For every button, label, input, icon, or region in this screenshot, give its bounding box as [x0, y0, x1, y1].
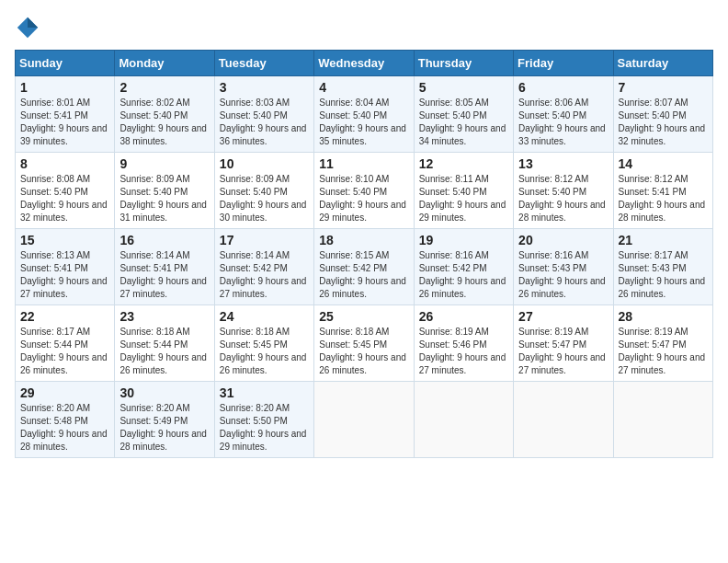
cell-info: Sunrise: 8:17 AM Sunset: 5:44 PM Dayligh… — [20, 326, 109, 377]
cell-info: Sunrise: 8:18 AM Sunset: 5:45 PM Dayligh… — [319, 326, 408, 377]
calendar-cell: 1 Sunrise: 8:01 AM Sunset: 5:41 PM Dayli… — [16, 76, 115, 153]
day-number: 29 — [20, 385, 109, 400]
calendar-cell: 14 Sunrise: 8:12 AM Sunset: 5:41 PM Dayl… — [613, 153, 712, 229]
cell-info: Sunrise: 8:14 AM Sunset: 5:41 PM Dayligh… — [119, 249, 209, 301]
day-number: 17 — [220, 233, 309, 247]
calendar-row: 8 Sunrise: 8:08 AM Sunset: 5:40 PM Dayli… — [16, 153, 713, 229]
cell-info: Sunrise: 8:14 AM Sunset: 5:42 PM Dayligh… — [220, 249, 309, 301]
calendar-cell: 28 Sunrise: 8:19 AM Sunset: 5:47 PM Dayl… — [613, 305, 712, 382]
day-number: 10 — [220, 156, 309, 171]
calendar-cell: 7 Sunrise: 8:07 AM Sunset: 5:40 PM Dayli… — [613, 76, 712, 153]
calendar-cell: 27 Sunrise: 8:19 AM Sunset: 5:47 PM Dayl… — [514, 305, 613, 382]
calendar-cell: 29 Sunrise: 8:20 AM Sunset: 5:48 PM Dayl… — [16, 382, 115, 458]
day-number: 30 — [119, 385, 209, 400]
calendar-cell: 11 Sunrise: 8:10 AM Sunset: 5:40 PM Dayl… — [314, 153, 414, 229]
day-number: 15 — [20, 233, 109, 247]
day-number: 26 — [419, 309, 508, 324]
day-number: 6 — [518, 80, 608, 95]
cell-info: Sunrise: 8:10 AM Sunset: 5:40 PM Dayligh… — [319, 173, 408, 224]
day-number: 9 — [119, 156, 209, 171]
header-day-saturday: Saturday — [613, 51, 712, 76]
calendar-table: SundayMondayTuesdayWednesdayThursdayFrid… — [15, 50, 713, 458]
calendar-cell: 31 Sunrise: 8:20 AM Sunset: 5:50 PM Dayl… — [214, 382, 313, 458]
day-number: 12 — [419, 156, 508, 171]
calendar-cell: 6 Sunrise: 8:06 AM Sunset: 5:40 PM Dayli… — [514, 76, 613, 153]
day-number: 3 — [220, 80, 309, 95]
cell-info: Sunrise: 8:11 AM Sunset: 5:40 PM Dayligh… — [419, 173, 508, 224]
day-number: 24 — [220, 309, 309, 324]
calendar-cell: 23 Sunrise: 8:18 AM Sunset: 5:44 PM Dayl… — [115, 305, 214, 382]
day-number: 28 — [619, 309, 708, 324]
cell-info: Sunrise: 8:18 AM Sunset: 5:45 PM Dayligh… — [220, 326, 309, 377]
day-number: 14 — [619, 156, 708, 171]
calendar-cell: 4 Sunrise: 8:04 AM Sunset: 5:40 PM Dayli… — [314, 76, 414, 153]
logo — [15, 15, 44, 40]
day-number: 2 — [119, 80, 209, 95]
cell-info: Sunrise: 8:20 AM Sunset: 5:49 PM Dayligh… — [119, 402, 209, 454]
day-number: 1 — [20, 80, 109, 95]
calendar-cell: 25 Sunrise: 8:18 AM Sunset: 5:45 PM Dayl… — [314, 305, 414, 382]
day-number: 27 — [518, 309, 608, 324]
header-day-monday: Monday — [115, 51, 214, 76]
cell-info: Sunrise: 8:08 AM Sunset: 5:40 PM Dayligh… — [20, 173, 109, 224]
logo-icon — [15, 15, 40, 40]
calendar-cell: 3 Sunrise: 8:03 AM Sunset: 5:40 PM Dayli… — [214, 76, 313, 153]
calendar-cell: 8 Sunrise: 8:08 AM Sunset: 5:40 PM Dayli… — [16, 153, 115, 229]
day-number: 23 — [119, 309, 209, 324]
cell-info: Sunrise: 8:09 AM Sunset: 5:40 PM Dayligh… — [220, 173, 309, 224]
calendar-cell: 20 Sunrise: 8:16 AM Sunset: 5:43 PM Dayl… — [514, 229, 613, 305]
svg-marker-1 — [28, 17, 38, 28]
calendar-cell: 30 Sunrise: 8:20 AM Sunset: 5:49 PM Dayl… — [115, 382, 214, 458]
cell-info: Sunrise: 8:02 AM Sunset: 5:40 PM Dayligh… — [119, 97, 209, 148]
header-day-tuesday: Tuesday — [214, 51, 313, 76]
calendar-cell: 10 Sunrise: 8:09 AM Sunset: 5:40 PM Dayl… — [214, 153, 313, 229]
day-number: 7 — [619, 80, 708, 95]
calendar-row: 29 Sunrise: 8:20 AM Sunset: 5:48 PM Dayl… — [16, 382, 713, 458]
cell-info: Sunrise: 8:09 AM Sunset: 5:40 PM Dayligh… — [119, 173, 209, 224]
cell-info: Sunrise: 8:01 AM Sunset: 5:41 PM Dayligh… — [20, 97, 109, 148]
cell-info: Sunrise: 8:06 AM Sunset: 5:40 PM Dayligh… — [518, 97, 608, 148]
day-number: 18 — [319, 233, 408, 247]
calendar-cell: 15 Sunrise: 8:13 AM Sunset: 5:41 PM Dayl… — [16, 229, 115, 305]
cell-info: Sunrise: 8:20 AM Sunset: 5:50 PM Dayligh… — [220, 402, 309, 454]
calendar-cell: 16 Sunrise: 8:14 AM Sunset: 5:41 PM Dayl… — [115, 229, 214, 305]
day-number: 5 — [419, 80, 508, 95]
calendar-cell: 22 Sunrise: 8:17 AM Sunset: 5:44 PM Dayl… — [16, 305, 115, 382]
calendar-row: 22 Sunrise: 8:17 AM Sunset: 5:44 PM Dayl… — [16, 305, 713, 382]
day-number: 8 — [20, 156, 109, 171]
cell-info: Sunrise: 8:19 AM Sunset: 5:47 PM Dayligh… — [619, 326, 708, 377]
calendar-cell: 19 Sunrise: 8:16 AM Sunset: 5:42 PM Dayl… — [414, 229, 513, 305]
cell-info: Sunrise: 8:16 AM Sunset: 5:43 PM Dayligh… — [518, 249, 608, 301]
cell-info: Sunrise: 8:17 AM Sunset: 5:43 PM Dayligh… — [619, 249, 708, 301]
calendar-body: 1 Sunrise: 8:01 AM Sunset: 5:41 PM Dayli… — [16, 76, 713, 458]
cell-info: Sunrise: 8:07 AM Sunset: 5:40 PM Dayligh… — [619, 97, 708, 148]
header-day-sunday: Sunday — [16, 51, 115, 76]
calendar-cell — [514, 382, 613, 458]
cell-info: Sunrise: 8:20 AM Sunset: 5:48 PM Dayligh… — [20, 402, 109, 454]
cell-info: Sunrise: 8:12 AM Sunset: 5:40 PM Dayligh… — [518, 173, 608, 224]
cell-info: Sunrise: 8:18 AM Sunset: 5:44 PM Dayligh… — [119, 326, 209, 377]
calendar-cell: 2 Sunrise: 8:02 AM Sunset: 5:40 PM Dayli… — [115, 76, 214, 153]
day-number: 20 — [518, 233, 608, 247]
calendar-cell: 12 Sunrise: 8:11 AM Sunset: 5:40 PM Dayl… — [414, 153, 513, 229]
cell-info: Sunrise: 8:19 AM Sunset: 5:47 PM Dayligh… — [518, 326, 608, 377]
calendar-cell: 18 Sunrise: 8:15 AM Sunset: 5:42 PM Dayl… — [314, 229, 414, 305]
calendar-cell: 26 Sunrise: 8:19 AM Sunset: 5:46 PM Dayl… — [414, 305, 513, 382]
cell-info: Sunrise: 8:05 AM Sunset: 5:40 PM Dayligh… — [419, 97, 508, 148]
day-number: 4 — [319, 80, 408, 95]
cell-info: Sunrise: 8:15 AM Sunset: 5:42 PM Dayligh… — [319, 249, 408, 301]
calendar-header: SundayMondayTuesdayWednesdayThursdayFrid… — [16, 51, 713, 76]
day-number: 13 — [518, 156, 608, 171]
calendar-cell — [613, 382, 712, 458]
calendar-cell — [414, 382, 513, 458]
calendar-cell: 9 Sunrise: 8:09 AM Sunset: 5:40 PM Dayli… — [115, 153, 214, 229]
cell-info: Sunrise: 8:19 AM Sunset: 5:46 PM Dayligh… — [419, 326, 508, 377]
day-number: 31 — [220, 385, 309, 400]
calendar-cell — [314, 382, 414, 458]
day-number: 19 — [419, 233, 508, 247]
cell-info: Sunrise: 8:03 AM Sunset: 5:40 PM Dayligh… — [220, 97, 309, 148]
calendar-row: 1 Sunrise: 8:01 AM Sunset: 5:41 PM Dayli… — [16, 76, 713, 153]
calendar-cell: 24 Sunrise: 8:18 AM Sunset: 5:45 PM Dayl… — [214, 305, 313, 382]
header-row: SundayMondayTuesdayWednesdayThursdayFrid… — [16, 51, 713, 76]
cell-info: Sunrise: 8:13 AM Sunset: 5:41 PM Dayligh… — [20, 249, 109, 301]
